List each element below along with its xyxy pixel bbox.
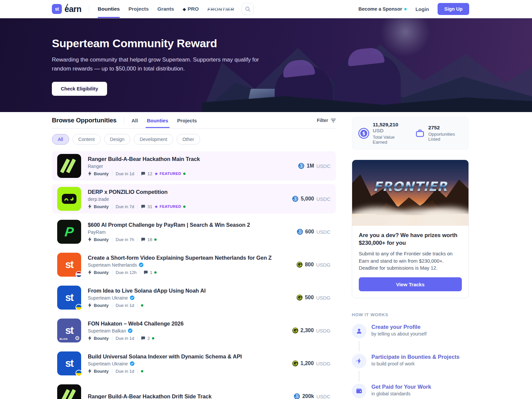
nav-item-bounties[interactable]: Bounties bbox=[98, 0, 120, 18]
listing-row[interactable]: st Create a Short-form Video Explaining … bbox=[52, 250, 336, 279]
nav-item-label: Grants bbox=[157, 6, 174, 12]
listing-row[interactable]: Ranger Build-A-Bear Hackathon Drift Side… bbox=[52, 382, 336, 399]
live-dot-icon bbox=[154, 271, 157, 274]
sponsor-name: Ranger bbox=[88, 164, 103, 169]
frontier-promo-card: FRONTIER Are you a dev? We have prizes w… bbox=[352, 160, 469, 298]
star-icon: ★ bbox=[154, 171, 158, 176]
login-link[interactable]: Login bbox=[415, 6, 429, 12]
usdc-coin-icon: $ bbox=[298, 163, 304, 169]
step-title-link[interactable]: Participate in Bounties & Projects bbox=[371, 354, 460, 360]
filter-icon bbox=[331, 118, 336, 123]
category-pill-development[interactable]: Development bbox=[134, 134, 173, 145]
gear-icon: ⚙ bbox=[75, 335, 80, 342]
usdc-coin-icon: $ bbox=[297, 229, 303, 235]
hero-description: Rewarding the community that helped grow… bbox=[52, 55, 267, 73]
listing-row[interactable]: Ranger Build-A-Bear Hackathon Main Track… bbox=[52, 151, 336, 181]
amount-value: 800 bbox=[305, 262, 314, 268]
featured-badge: ★FEATURED bbox=[154, 204, 181, 209]
sponsor-name: Superteam Balkan bbox=[88, 328, 126, 333]
category-pill-design[interactable]: Design bbox=[104, 134, 131, 145]
listing-meta: BountyDue in 7d31★FEATURED bbox=[88, 204, 186, 209]
amount-currency: USDC bbox=[316, 394, 331, 399]
category-pill-all[interactable]: All bbox=[52, 134, 69, 145]
listing-row[interactable]: DERP x PONZILIO Competitionderp.tradeBou… bbox=[52, 184, 336, 213]
filter-button[interactable]: Filter bbox=[317, 118, 336, 123]
sponsor-name: PayRam bbox=[88, 229, 106, 235]
tab-all[interactable]: All bbox=[131, 118, 138, 123]
listing-amount: $200kUSDC bbox=[287, 393, 331, 399]
sidebar: $11,529,210 USDTotal Value Earned2752Opp… bbox=[352, 117, 469, 399]
amount-currency: USDC bbox=[316, 196, 331, 202]
nav-item-grants[interactable]: Grants bbox=[157, 0, 174, 18]
nav-item-projects[interactable]: Projects bbox=[128, 0, 149, 18]
how-it-works-step: Create your Profileby telling us about y… bbox=[352, 324, 469, 338]
sponsor-logo: P bbox=[57, 220, 81, 244]
check-eligibility-button[interactable]: Check Eligibility bbox=[52, 82, 107, 96]
filter-label: Filter bbox=[317, 118, 328, 123]
listing-due: Due in 1d bbox=[116, 369, 134, 374]
signup-button[interactable]: Sign Up bbox=[438, 3, 469, 15]
lightning-icon bbox=[352, 354, 366, 368]
sponsor-name: derp.trade bbox=[88, 197, 109, 202]
listing-row[interactable]: P$600 AI Prompt Challenge by PayRam | Se… bbox=[52, 217, 336, 246]
listing-sponsor: Superteam Ukraine bbox=[88, 295, 205, 301]
usdg-coin-icon bbox=[292, 360, 298, 366]
category-pill-content[interactable]: Content bbox=[72, 134, 101, 145]
flag-ua-icon bbox=[75, 370, 82, 376]
amount-value: 1,200 bbox=[301, 360, 314, 366]
listing-row[interactable]: st BLKN ⚙ FON Hakaton – Web4 Challenge 2… bbox=[52, 316, 336, 345]
listing-sponsor: PayRam bbox=[88, 229, 250, 235]
comments-count: 12 bbox=[147, 171, 152, 176]
listing-due: Due in 1d bbox=[116, 303, 134, 308]
listing-type: Bounty bbox=[94, 369, 109, 374]
listing-row[interactable]: st From Idea to Live Solana dApp Using N… bbox=[52, 283, 336, 312]
usdg-coin-icon bbox=[297, 262, 303, 268]
usdc-coin-icon: $ bbox=[292, 196, 298, 202]
sponsor-name: Superteam Netherlands bbox=[88, 262, 137, 268]
category-pill-other[interactable]: Other bbox=[177, 134, 200, 145]
listing-title: Ranger Build-A-Bear Hackathon Main Track bbox=[88, 156, 200, 162]
category-pills: AllContentDesignDevelopmentOther bbox=[52, 134, 336, 145]
listing-meta: BountyDue in 7h16 bbox=[88, 237, 250, 242]
briefcase-icon bbox=[415, 128, 425, 138]
become-sponsor-link[interactable]: Become a Sponsor bbox=[358, 6, 407, 12]
browse-tabs: AllBountiesProjects bbox=[131, 118, 197, 123]
listing-title: Build Universal Solana Indexer with Dyna… bbox=[88, 353, 242, 360]
bounty-bolt-icon bbox=[88, 270, 92, 275]
nav-item-frontier[interactable]: FRONTIER bbox=[207, 0, 234, 18]
browse-title: Browse Opportunities bbox=[52, 117, 116, 124]
nav-item-pro[interactable]: ◆PRO bbox=[183, 0, 199, 18]
amount-currency: USDC bbox=[316, 163, 331, 169]
amount-value: 500 bbox=[305, 295, 314, 301]
search-button[interactable] bbox=[242, 3, 254, 15]
listing-meta: BountyDue in 1d2 bbox=[88, 336, 184, 341]
view-tracks-button[interactable]: View Tracks bbox=[359, 277, 462, 291]
tab-projects[interactable]: Projects bbox=[177, 118, 197, 123]
frontier-banner-text: FRONTIER bbox=[352, 179, 468, 194]
comments-icon bbox=[141, 204, 145, 209]
navbar: st earn BountiesProjectsGrants◆PROFRONTI… bbox=[0, 0, 532, 18]
flag-nl-icon bbox=[75, 271, 82, 278]
featured-label: FEATURED bbox=[160, 172, 181, 176]
comments-icon bbox=[144, 270, 148, 275]
step-title-link[interactable]: Create your Profile bbox=[371, 324, 421, 330]
comments-icon bbox=[141, 172, 145, 176]
promo-heading: Are you a dev? We have prizes worth $230… bbox=[359, 232, 462, 247]
listing-row[interactable]: st Build Universal Solana Indexer with D… bbox=[52, 349, 336, 378]
comments-count: 1 bbox=[150, 270, 152, 275]
listing-amount: 800USDG bbox=[290, 262, 331, 268]
step-title-link[interactable]: Get Paid for Your Work bbox=[371, 384, 431, 390]
live-dot-icon bbox=[141, 370, 143, 372]
tab-bounties[interactable]: Bounties bbox=[147, 118, 168, 123]
amount-value: 5,000 bbox=[301, 196, 314, 202]
earn-logo[interactable]: st earn bbox=[52, 4, 81, 14]
sponsor-logo: st bbox=[57, 286, 81, 310]
listing-amount: 2,300USDG bbox=[286, 328, 331, 333]
stat-unit: USD bbox=[373, 128, 384, 133]
step-connector bbox=[359, 371, 359, 381]
profile-icon bbox=[352, 324, 366, 338]
bounty-bolt-icon bbox=[88, 237, 92, 242]
listing-amount: 500USDG bbox=[290, 295, 331, 301]
sponsor-dot-icon bbox=[404, 8, 407, 10]
hero-title: Superteam Community Reward bbox=[52, 37, 480, 50]
